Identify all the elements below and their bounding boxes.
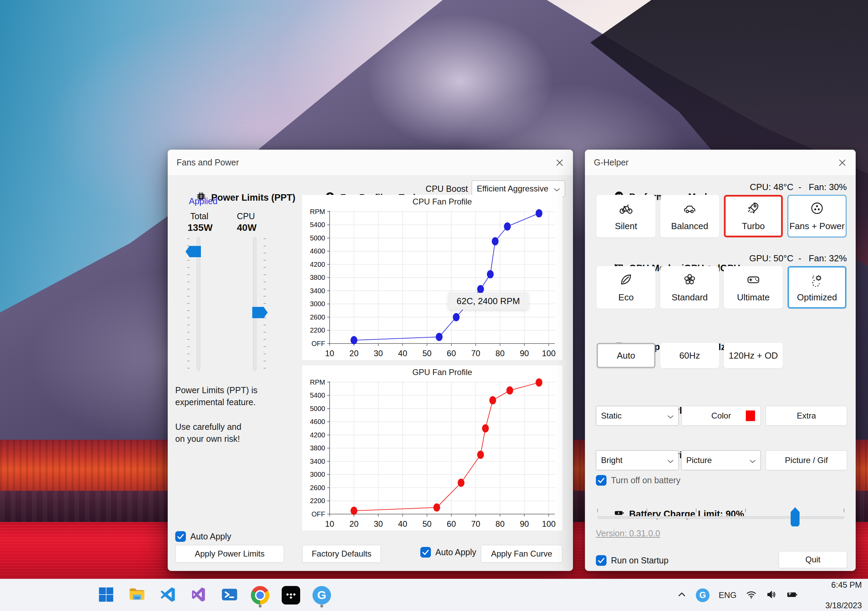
tidal-button[interactable] xyxy=(281,582,301,609)
svg-text:OFF: OFF xyxy=(312,340,325,347)
g-helper-tray-icon[interactable]: G xyxy=(696,588,710,602)
matrix-picture-gif-button[interactable]: Picture / Gif xyxy=(766,450,847,470)
rocket-icon xyxy=(746,201,761,218)
factory-defaults-button[interactable]: Factory Defaults xyxy=(302,545,381,563)
silent-mode-button[interactable]: Silent xyxy=(597,195,656,237)
start-button[interactable] xyxy=(96,582,116,609)
svg-text:100: 100 xyxy=(542,519,555,529)
cpu-power-slider[interactable] xyxy=(243,237,266,371)
apply-fan-curve-button[interactable]: Apply Fan Curve xyxy=(481,545,563,563)
visual-studio-button[interactable] xyxy=(189,582,208,609)
taskbar-apps: G xyxy=(96,579,331,611)
fans-window-titlebar[interactable]: Fans and Power xyxy=(168,150,573,176)
svg-text:20: 20 xyxy=(349,349,359,358)
total-power-slider[interactable] xyxy=(187,237,210,371)
ghelper-titlebar[interactable]: G-Helper xyxy=(585,150,856,176)
svg-text:3800: 3800 xyxy=(310,444,326,452)
turn-off-on-battery-row: Turn off on battery xyxy=(596,475,680,486)
keyboard-mode-select[interactable]: Static xyxy=(596,406,679,426)
screen-120hz-od-button[interactable]: 120Hz + OD xyxy=(724,343,783,368)
standard-mode-button[interactable]: Standard xyxy=(660,266,719,309)
chevron-up-icon[interactable] xyxy=(677,590,687,601)
run-on-startup-checkbox[interactable] xyxy=(596,555,606,566)
battery-icon[interactable] xyxy=(786,589,798,602)
cpu-value: 40W xyxy=(237,222,257,233)
color-swatch xyxy=(746,410,755,421)
svg-text:2600: 2600 xyxy=(310,484,326,491)
applied-link[interactable]: Applied xyxy=(189,196,217,206)
desktop: Fans and Power Power Limits (PPT) Applie… xyxy=(0,0,868,611)
version-link[interactable]: Version: 0.31.0.0 xyxy=(596,529,660,538)
auto-apply-power-row: Auto Apply xyxy=(175,531,231,542)
svg-text:4600: 4600 xyxy=(310,418,326,425)
running-indicator xyxy=(259,605,262,608)
window-title: Fans and Power xyxy=(177,157,239,168)
cpu-fan-chart-plot: CPU Fan ProfileOFF2200260030003400380042… xyxy=(302,195,563,361)
car-icon xyxy=(682,201,697,218)
slider-track[interactable] xyxy=(253,237,256,371)
leaf-icon xyxy=(619,272,633,289)
wifi-icon[interactable] xyxy=(746,589,757,602)
svg-text:RPM: RPM xyxy=(310,378,325,386)
file-explorer-icon xyxy=(128,585,146,605)
turbo-mode-button[interactable]: Turbo xyxy=(724,195,783,237)
screen-auto-button[interactable]: Auto xyxy=(597,343,656,368)
auto-apply-fans-checkbox[interactable] xyxy=(420,547,431,558)
keyboard-extra-button[interactable]: Extra xyxy=(766,406,847,426)
cpu-boost-select[interactable]: Efficient Aggressive xyxy=(472,180,565,197)
file-explorer-button[interactable] xyxy=(127,582,146,609)
language-indicator[interactable]: ENG xyxy=(719,591,736,600)
svg-text:2600: 2600 xyxy=(310,313,326,321)
svg-text:3400: 3400 xyxy=(310,287,326,295)
ultimate-mode-button[interactable]: Ultimate xyxy=(724,266,783,309)
matrix-brightness-select[interactable]: Bright xyxy=(596,450,679,470)
close-icon[interactable] xyxy=(551,154,568,171)
ppt-note-line2: experimental feature. xyxy=(175,397,256,407)
cpu-fan-tooltip: 62C, 2400 RPM xyxy=(448,293,528,309)
svg-text:4200: 4200 xyxy=(310,261,326,268)
ppt-note-line4: on your own risk! xyxy=(175,434,240,444)
optimized-mode-button[interactable]: Optimized xyxy=(787,266,846,309)
vscode-icon xyxy=(159,586,177,605)
keyboard-color-button[interactable]: Color xyxy=(682,406,761,426)
run-on-startup-row: Run on Startup xyxy=(596,555,668,566)
gpu-fan-chart[interactable]: GPU Fan ProfileOFF2200260030003400380042… xyxy=(302,365,563,530)
visual-studio-icon xyxy=(190,586,208,605)
svg-text:40: 40 xyxy=(398,519,407,529)
screen-60hz-button[interactable]: 60Hz xyxy=(660,343,719,368)
quit-button[interactable]: Quit xyxy=(779,551,847,568)
gpu-fan-chart-plot: GPU Fan ProfileOFF2200260030003400380042… xyxy=(302,365,563,532)
total-value: 135W xyxy=(188,222,212,233)
auto-apply-power-checkbox[interactable] xyxy=(175,531,186,542)
battery-slider-ticks xyxy=(597,508,845,512)
windows-start-icon xyxy=(97,586,115,605)
matrix-mode-select[interactable]: Picture xyxy=(681,450,761,470)
cpu-boost-label: CPU Boost xyxy=(423,184,468,194)
turn-off-on-battery-checkbox[interactable] xyxy=(596,475,606,486)
balanced-mode-button[interactable]: Balanced xyxy=(660,195,719,237)
svg-text:4600: 4600 xyxy=(310,247,326,255)
fans-and-power-window: Fans and Power Power Limits (PPT) Applie… xyxy=(168,150,573,571)
apply-power-limits-button[interactable]: Apply Power Limits xyxy=(175,545,284,563)
svg-text:80: 80 xyxy=(496,349,505,358)
gamepad-icon xyxy=(746,272,761,289)
cpu-fan-chart[interactable]: CPU Fan ProfileOFF2200260030003400380042… xyxy=(302,195,563,360)
chrome-icon xyxy=(251,586,270,605)
taskbar-clock[interactable]: 6:45 PM 3/18/2023 xyxy=(807,569,862,611)
svg-text:3400: 3400 xyxy=(310,457,326,465)
g-helper-button[interactable]: G xyxy=(312,582,331,609)
eco-mode-button[interactable]: Eco xyxy=(597,266,656,309)
fans-power-button[interactable]: Fans + Power xyxy=(787,195,846,237)
svg-text:5000: 5000 xyxy=(310,405,326,412)
close-icon[interactable] xyxy=(834,154,851,171)
vscode-button[interactable] xyxy=(158,582,177,609)
svg-text:30: 30 xyxy=(374,349,383,358)
svg-text:4200: 4200 xyxy=(310,431,326,439)
powershell-button[interactable] xyxy=(220,582,239,609)
volume-icon[interactable] xyxy=(766,589,777,602)
taskbar: G G ENG 6:45 PM 3/18/2023 xyxy=(0,579,868,611)
chrome-button[interactable] xyxy=(251,582,270,609)
battery-slider-track[interactable] xyxy=(597,516,845,519)
powershell-icon xyxy=(220,586,238,605)
total-label: Total xyxy=(190,211,208,221)
